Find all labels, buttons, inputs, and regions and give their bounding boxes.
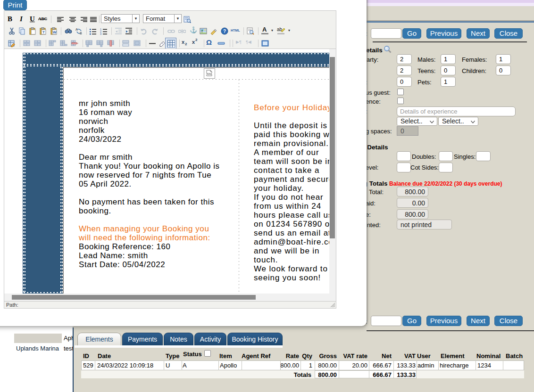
- svg-text:3: 3: [100, 33, 101, 35]
- svg-text:?: ?: [223, 29, 226, 34]
- svg-text:W: W: [53, 30, 57, 34]
- svg-text:T: T: [42, 30, 45, 34]
